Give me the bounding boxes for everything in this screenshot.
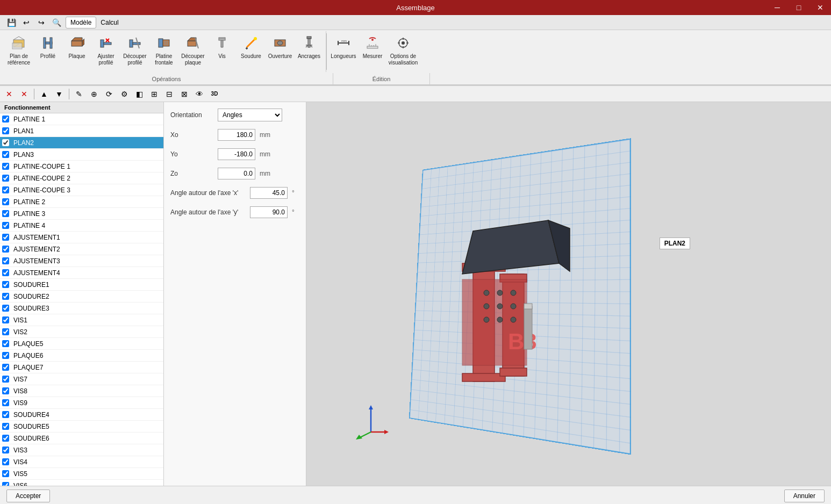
angle-x-input[interactable]	[250, 187, 288, 199]
list-item[interactable]: VIS5	[0, 468, 163, 480]
ouverture-button[interactable]: Ouverture	[266, 32, 295, 70]
close-button[interactable]: ✕	[809, 0, 831, 15]
yo-input[interactable]	[218, 148, 255, 160]
list-item[interactable]: SOUDURE2	[0, 291, 163, 303]
search-quick-button[interactable]: 🔍	[49, 16, 63, 29]
list-item[interactable]: VIS2	[0, 326, 163, 338]
list-item-checkbox[interactable]	[2, 222, 9, 229]
move-down-button[interactable]: ▼	[52, 88, 66, 100]
list-item[interactable]: PLAQUE5	[0, 338, 163, 350]
list-item-checkbox[interactable]	[2, 186, 9, 193]
list-item-checkbox[interactable]	[2, 246, 9, 253]
list-item-checkbox[interactable]	[2, 163, 9, 170]
list-item-checkbox[interactable]	[2, 139, 9, 146]
list-item-checkbox[interactable]	[2, 340, 9, 347]
list-item[interactable]: SOUDURE6	[0, 433, 163, 444]
edit-icon-3[interactable]: ⟳	[102, 88, 116, 100]
angle-y-input[interactable]	[250, 206, 288, 218]
redo-quick-button[interactable]: ↪	[34, 16, 48, 29]
undo-quick-button[interactable]: ↩	[19, 16, 33, 29]
menu-modele[interactable]: Modèle	[66, 17, 96, 28]
maximize-button[interactable]: □	[788, 0, 809, 15]
list-item-checkbox[interactable]	[2, 411, 9, 418]
edit-icon-1[interactable]: ✎	[72, 88, 86, 100]
list-item-checkbox[interactable]	[2, 234, 9, 241]
check-button[interactable]: ✕	[17, 88, 31, 100]
list-item[interactable]: PLATINE 3	[0, 208, 163, 220]
list-item-checkbox[interactable]	[2, 210, 9, 217]
list-item[interactable]: AJUSTEMENT3	[0, 255, 163, 267]
list-item-checkbox[interactable]	[2, 175, 9, 182]
view-icon-3[interactable]: ⊟	[162, 88, 176, 100]
list-item-checkbox[interactable]	[2, 458, 9, 465]
list-item-checkbox[interactable]	[2, 435, 9, 442]
save-quick-button[interactable]: 💾	[4, 16, 18, 29]
longueurs-button[interactable]: mm Longueurs	[329, 32, 358, 70]
list-item-checkbox[interactable]	[2, 482, 9, 486]
ancrages-button[interactable]: Ancrages	[295, 32, 324, 70]
list-item[interactable]: PLAQUE6	[0, 350, 163, 362]
list-item-checkbox[interactable]	[2, 293, 9, 300]
edit-icon-2[interactable]: ⊕	[87, 88, 101, 100]
list-item-checkbox[interactable]	[2, 151, 9, 158]
list-item[interactable]: VIS3	[0, 444, 163, 456]
ajuster-profil-button[interactable]: Ajuster profilé	[91, 32, 120, 70]
xo-input[interactable]	[218, 129, 255, 141]
list-item-checkbox[interactable]	[2, 305, 9, 312]
visibility-icon[interactable]: 👁	[192, 88, 206, 100]
list-item-checkbox[interactable]	[2, 269, 9, 276]
list-item[interactable]: PLATINE 1	[0, 113, 163, 125]
list-item[interactable]: SOUDURE5	[0, 421, 163, 433]
list-item[interactable]: PLAQUE7	[0, 362, 163, 373]
profil-button[interactable]: Profilé	[33, 32, 62, 70]
list-item[interactable]: PLATINE-COUPE 3	[0, 184, 163, 196]
list-item-checkbox[interactable]	[2, 399, 9, 406]
vis-button[interactable]: Vis	[207, 32, 237, 70]
decouper-profil-button[interactable]: Découper profilé	[120, 32, 149, 70]
view-icon-4[interactable]: ⊠	[177, 88, 191, 100]
cancel-button[interactable]: Annuler	[784, 489, 825, 502]
delete-button[interactable]: ✕	[2, 88, 16, 100]
3d-icon[interactable]: 3D	[207, 88, 221, 100]
list-item[interactable]: PLAN2	[0, 137, 163, 149]
list-item-checkbox[interactable]	[2, 257, 9, 264]
list-item-checkbox[interactable]	[2, 352, 9, 359]
view-icon-2[interactable]: ⊞	[147, 88, 161, 100]
list-item-checkbox[interactable]	[2, 316, 9, 323]
orientation-select[interactable]: Angles Vecteur Automatique	[218, 109, 282, 121]
list-item-checkbox[interactable]	[2, 364, 9, 371]
list-item[interactable]: PLATINE-COUPE 1	[0, 161, 163, 172]
soudure-button[interactable]: Soudure	[237, 32, 266, 70]
list-item[interactable]: VIS6	[0, 480, 163, 486]
list-item[interactable]: PLATINE-COUPE 2	[0, 172, 163, 184]
edit-icon-4[interactable]: ⚙	[117, 88, 131, 100]
list-item[interactable]: VIS1	[0, 314, 163, 326]
list-item[interactable]: SOUDURE1	[0, 279, 163, 291]
list-item[interactable]: AJUSTEMENT2	[0, 243, 163, 255]
list-item-checkbox[interactable]	[2, 470, 9, 477]
list-item-checkbox[interactable]	[2, 376, 9, 383]
options-visualisation-button[interactable]: Options de visualisation	[387, 32, 419, 70]
list-item-checkbox[interactable]	[2, 447, 9, 453]
list-item[interactable]: PLAN3	[0, 149, 163, 161]
list-item[interactable]: PLATINE 2	[0, 196, 163, 208]
list-item[interactable]: PLATINE 4	[0, 220, 163, 232]
list-item-checkbox[interactable]	[2, 198, 9, 205]
view-icon-1[interactable]: ◧	[132, 88, 146, 100]
accept-button[interactable]: Accepter	[6, 489, 50, 502]
zo-input[interactable]	[218, 168, 255, 179]
list-item[interactable]: AJUSTEMENT4	[0, 267, 163, 279]
move-up-button[interactable]: ▲	[37, 88, 51, 100]
list-item-checkbox[interactable]	[2, 328, 9, 335]
list-item[interactable]: SOUDURE3	[0, 303, 163, 314]
list-item[interactable]: PLAN1	[0, 125, 163, 137]
list-item-checkbox[interactable]	[2, 281, 9, 288]
minimize-button[interactable]: ─	[766, 0, 788, 15]
list-item-checkbox[interactable]	[2, 387, 9, 394]
list-item[interactable]: VIS4	[0, 456, 163, 468]
plaque-button[interactable]: Plaque	[62, 32, 91, 70]
list-item[interactable]: VIS9	[0, 397, 163, 409]
mesurer-button[interactable]: Mesurer	[358, 32, 387, 70]
menu-calcul[interactable]: Calcul	[96, 17, 123, 28]
list-item[interactable]: SOUDURE4	[0, 409, 163, 421]
